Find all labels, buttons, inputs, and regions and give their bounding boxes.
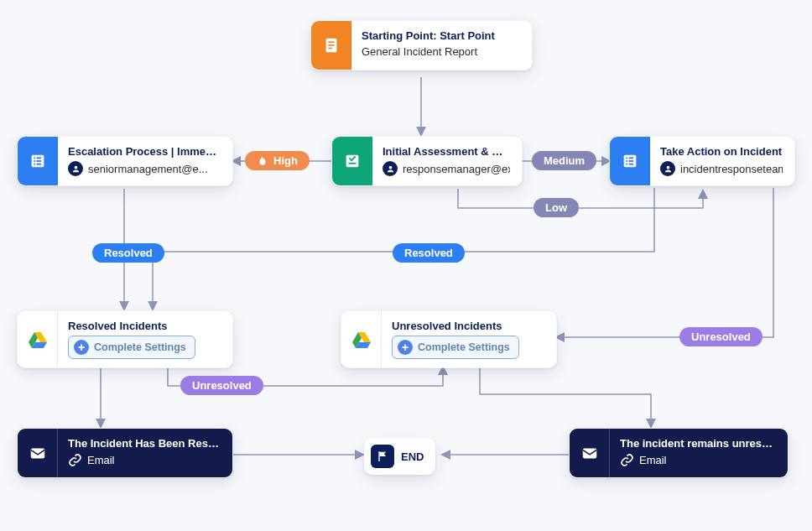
takeaction-title: Take Action on Incident (660, 145, 783, 158)
document-icon (311, 21, 351, 70)
incident-unresolved-node[interactable]: The incident remains unresol... Email (569, 428, 789, 478)
end-node[interactable]: END (364, 438, 435, 475)
high-label: High (273, 154, 298, 167)
plus-icon: + (398, 340, 413, 355)
svg-point-14 (388, 165, 392, 169)
svg-rect-10 (36, 164, 41, 165)
flame-icon (257, 155, 268, 167)
status-badge-resolved: Resolved (393, 243, 465, 263)
email-label: Email (639, 454, 667, 466)
svg-rect-17 (628, 157, 633, 159)
end-label: END (401, 450, 424, 463)
plus-icon: + (74, 340, 89, 355)
complete-settings-button[interactable]: + Complete Settings (392, 336, 519, 359)
link-icon (68, 453, 82, 467)
escalation-node[interactable]: Escalation Process | Immedia... seniorma… (17, 136, 233, 186)
settings-label: Complete Settings (94, 341, 186, 353)
mail-icon (18, 429, 58, 477)
svg-rect-13 (348, 163, 356, 164)
priority-badge-low: Low (534, 198, 579, 217)
escalation-title: Escalation Process | Immedia... (68, 145, 221, 158)
escalation-assignee: seniormanagement@e... (68, 161, 221, 176)
svg-rect-5 (34, 157, 35, 159)
priority-badge-medium: Medium (532, 151, 596, 170)
takeaction-node[interactable]: Take Action on Incident incidentresponse… (609, 136, 795, 186)
assessment-email: responsemanager@ex... (403, 163, 510, 175)
svg-rect-8 (36, 160, 41, 162)
incident-unresolved-title: The incident remains unresol... (620, 437, 776, 450)
incident-resolved-node[interactable]: The Incident Has Been Resol... Email (17, 428, 233, 478)
email-label: Email (87, 454, 115, 466)
link-icon (620, 453, 634, 467)
resolved-node[interactable]: Resolved Incidents + Complete Settings (17, 310, 233, 368)
start-subtitle: General Incident Report (362, 45, 520, 58)
svg-rect-25 (378, 451, 379, 461)
checklist-icon (18, 137, 58, 185)
svg-rect-9 (34, 164, 35, 165)
checklist-icon (610, 137, 650, 185)
escalation-email: seniormanagement@e... (88, 163, 208, 175)
svg-rect-6 (36, 157, 41, 159)
status-badge-unresolved: Unresolved (180, 376, 263, 395)
incident-resolved-title: The Incident Has Been Resol... (68, 437, 221, 450)
svg-rect-16 (626, 157, 627, 159)
priority-badge-high: High (245, 151, 310, 170)
google-drive-icon (341, 311, 382, 367)
flag-icon (371, 445, 394, 468)
google-drive-icon (18, 311, 58, 367)
resolved-title: Resolved Incidents (68, 320, 221, 332)
svg-rect-24 (582, 449, 596, 459)
form-icon (332, 137, 372, 185)
settings-label: Complete Settings (418, 341, 510, 353)
svg-rect-18 (626, 160, 627, 162)
svg-rect-21 (628, 164, 633, 165)
start-node[interactable]: Starting Point: Start Point General Inci… (310, 20, 533, 70)
svg-rect-2 (328, 44, 334, 46)
status-badge-unresolved: Unresolved (679, 327, 763, 346)
svg-rect-7 (34, 160, 35, 162)
takeaction-email: incidentresponseteam... (680, 163, 783, 175)
svg-rect-20 (626, 164, 627, 165)
incident-resolved-type: Email (68, 453, 221, 467)
unresolved-title: Unresolved Incidents (392, 320, 544, 332)
status-badge-resolved: Resolved (92, 243, 164, 263)
assessment-assignee: responsemanager@ex... (383, 161, 510, 176)
svg-rect-19 (628, 160, 633, 162)
svg-rect-1 (328, 41, 334, 43)
person-icon (68, 161, 83, 176)
takeaction-assignee: incidentresponseteam... (660, 161, 783, 176)
complete-settings-button[interactable]: + Complete Settings (68, 336, 195, 359)
svg-rect-23 (30, 449, 44, 459)
mail-icon (570, 429, 610, 477)
svg-point-11 (74, 165, 77, 169)
unresolved-node[interactable]: Unresolved Incidents + Complete Settings (341, 310, 557, 368)
svg-rect-12 (346, 155, 358, 168)
assessment-node[interactable]: Initial Assessment & Classific... respon… (331, 136, 523, 186)
person-icon (383, 161, 398, 176)
start-title: Starting Point: Start Point (362, 29, 520, 42)
svg-rect-3 (328, 48, 332, 49)
person-icon (660, 161, 675, 176)
assessment-title: Initial Assessment & Classific... (383, 145, 510, 158)
svg-point-22 (666, 165, 669, 169)
incident-unresolved-type: Email (620, 453, 776, 467)
